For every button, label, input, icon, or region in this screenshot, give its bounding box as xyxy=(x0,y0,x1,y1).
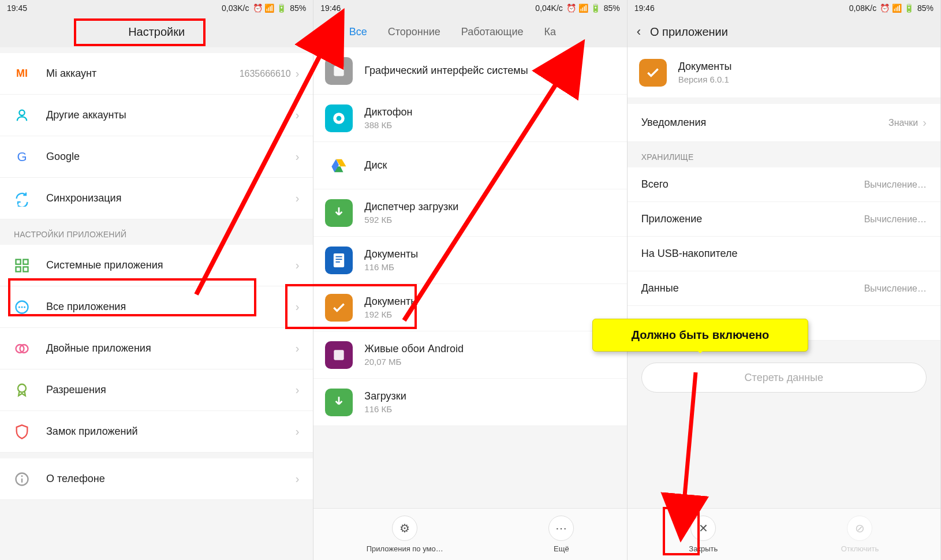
row-label: Другие аккаунты xyxy=(46,109,296,121)
mi-icon: MI xyxy=(14,66,30,82)
row-value: Вычисление… xyxy=(864,283,927,294)
status-net: 0,08K/c xyxy=(849,3,876,13)
app-icon xyxy=(325,57,353,85)
panel-app-info: 19:46 0,08K/c ⏰ 📶 🔋 85% ‹ О приложении Д… xyxy=(628,0,941,560)
row-label: Уведомления xyxy=(641,117,888,129)
grid-icon xyxy=(14,257,30,274)
chevron-right-icon: › xyxy=(296,472,300,486)
button-label: Ещё xyxy=(554,544,569,553)
app-header: Документы Версия 6.0.1 xyxy=(628,47,940,98)
row-label: Приложение xyxy=(641,213,864,225)
person-icon xyxy=(14,107,30,124)
row-label: Синхронизация xyxy=(46,192,296,204)
row-label: Двойные приложения xyxy=(46,342,296,354)
app-name: Документы xyxy=(364,296,418,308)
row-label: Разрешения xyxy=(46,384,296,396)
row-app-lock[interactable]: Замок приложений › xyxy=(0,411,313,453)
svg-rect-3 xyxy=(23,267,28,271)
status-bar: 19:46 0,08K/c ⏰ 📶 🔋 85% xyxy=(628,0,940,16)
app-row[interactable]: Документы192 КБ xyxy=(313,284,626,331)
row-mi-account[interactable]: MI Mi аккаунт 1635666610 › xyxy=(0,53,313,95)
row-all-apps[interactable]: Все приложения › xyxy=(0,286,313,328)
app-name: Графический интерфейс системы xyxy=(364,65,528,77)
badge-icon xyxy=(14,382,30,398)
app-row[interactable]: Диспетчер загрузки592 КБ xyxy=(313,189,626,237)
app-name: Диск xyxy=(364,159,387,171)
svg-point-16 xyxy=(337,115,342,121)
disable-button[interactable]: ⊘ Отключить xyxy=(841,516,879,553)
chevron-right-icon: › xyxy=(296,192,300,205)
chevron-right-icon: › xyxy=(296,342,300,355)
app-row[interactable]: Диск xyxy=(313,142,626,189)
svg-point-6 xyxy=(21,306,23,308)
clear-data-button[interactable]: Стереть данные xyxy=(641,363,927,393)
tab-running[interactable]: Работающие xyxy=(458,26,527,38)
chevron-right-icon: › xyxy=(296,425,300,438)
app-size: 192 КБ xyxy=(364,309,418,319)
row-permissions[interactable]: Разрешения › xyxy=(0,369,313,411)
tab-third-party[interactable]: Сторонние xyxy=(384,26,444,38)
row-notifications[interactable]: Уведомления Значки › xyxy=(628,104,940,142)
button-label: Закрыть xyxy=(689,544,718,553)
row-dual-apps[interactable]: Двойные приложения › xyxy=(0,328,313,369)
app-size: 592 КБ xyxy=(364,215,458,225)
app-row[interactable]: Живые обои Android20,07 МБ xyxy=(313,331,626,379)
row-label: Mi аккаунт xyxy=(46,68,240,80)
status-time: 19:46 xyxy=(320,3,341,13)
tab-cut[interactable]: Ка xyxy=(541,26,560,38)
app-row[interactable]: Графический интерфейс системы xyxy=(313,47,626,95)
more-icon: ⋯ xyxy=(548,516,574,541)
svg-rect-21 xyxy=(334,350,344,360)
row-storage-usb: На USB-накопителе xyxy=(628,237,940,271)
svg-rect-17 xyxy=(334,253,344,267)
title-label: О приложении xyxy=(650,25,728,39)
row-value: 1635666610 xyxy=(240,69,291,79)
status-net: 0,03K/c xyxy=(222,3,249,13)
defaults-button[interactable]: ⚙ Приложения по умо… xyxy=(367,516,443,553)
app-name: Загрузки xyxy=(364,390,406,402)
app-row[interactable]: Загрузки116 КБ xyxy=(313,379,626,426)
dual-icon xyxy=(14,341,30,357)
app-row[interactable]: Документы116 МБ xyxy=(313,237,626,284)
status-battery: 85% xyxy=(290,3,306,13)
app-icon xyxy=(325,341,353,369)
app-name: Диспетчер загрузки xyxy=(364,201,458,213)
app-row[interactable]: Диктофон388 КБ xyxy=(313,95,626,142)
row-label: О телефоне xyxy=(46,473,296,485)
svg-rect-2 xyxy=(16,267,21,271)
status-icons: ⏰ 📶 🔋 xyxy=(253,3,287,13)
status-bar: 19:45 0,03K/c ⏰ 📶 🔋 85% xyxy=(0,0,313,16)
status-time: 19:45 xyxy=(7,3,27,13)
bottom-bar: ⚙ Приложения по умо… ⋯ Ещё xyxy=(313,508,626,560)
app-icon xyxy=(325,104,353,132)
app-name: Документы xyxy=(364,248,418,260)
chevron-right-icon: › xyxy=(296,109,300,122)
callout-tooltip: Должно быть включено xyxy=(592,319,808,352)
info-icon xyxy=(14,471,30,487)
more-button[interactable]: ⋯ Ещё xyxy=(548,516,574,553)
row-value: Значки xyxy=(888,118,918,128)
app-size: 388 КБ xyxy=(364,120,412,130)
row-sync[interactable]: Синхронизация › xyxy=(0,178,313,219)
app-icon xyxy=(325,389,353,416)
app-icon xyxy=(325,247,353,274)
svg-point-13 xyxy=(21,475,23,477)
row-system-apps[interactable]: Системные приложения › xyxy=(0,245,313,286)
back-button[interactable]: ‹ xyxy=(637,24,641,39)
app-size: 20,07 МБ xyxy=(364,357,464,367)
back-button[interactable]: ‹ xyxy=(318,24,331,39)
close-button[interactable]: ✕ Закрыть xyxy=(689,516,718,553)
google-icon: G xyxy=(14,149,30,165)
row-other-accounts[interactable]: Другие аккаунты › xyxy=(0,95,313,136)
status-icons: ⏰ 📶 🔋 xyxy=(880,3,914,13)
chevron-right-icon: › xyxy=(296,259,300,272)
app-name: Документы xyxy=(678,61,732,73)
row-label: Всего xyxy=(641,178,864,191)
app-icon xyxy=(325,152,353,180)
section-header-storage: ХРАНИЛИЩЕ xyxy=(628,142,940,167)
tab-all[interactable]: Все xyxy=(346,26,371,38)
row-about-phone[interactable]: О телефоне › xyxy=(0,458,313,500)
row-value: Вычисление… xyxy=(864,180,927,190)
row-google[interactable]: G Google › xyxy=(0,136,313,178)
title-label: Настройки xyxy=(128,25,185,39)
